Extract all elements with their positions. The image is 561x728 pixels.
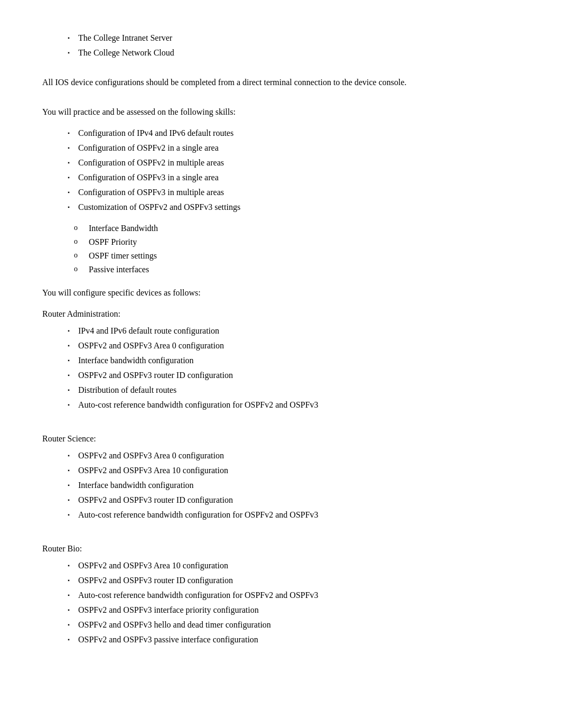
admin-item-4: OSPFv2 and OSPFv3 router ID configuratio… (78, 369, 233, 382)
list-item: ▪ Configuration of OSPFv2 in a single ar… (63, 142, 518, 154)
list-item: ▪ OSPFv2 and OSPFv3 hello and dead timer… (63, 619, 518, 631)
sub-skill-4: Passive interfaces (89, 263, 149, 276)
sub-bullet-icon: o (74, 250, 85, 261)
bio-item-5: OSPFv2 and OSPFv3 hello and dead timer c… (78, 619, 271, 631)
bullet-icon: ▪ (63, 606, 74, 614)
sub-skill-3: OSPF timer settings (89, 250, 157, 262)
list-item: ▪ Interface bandwidth configuration (63, 354, 518, 367)
sub-skill-2: OSPF Priority (89, 236, 137, 248)
bullet-icon: ▪ (63, 371, 74, 379)
skill-1: Configuration of IPv4 and IPv6 default r… (78, 127, 233, 140)
sub-bullet-icon: o (74, 236, 85, 247)
paragraph-3: You will configure specific devices as f… (42, 287, 518, 299)
bio-item-6: OSPFv2 and OSPFv3 passive interface conf… (78, 633, 258, 646)
router-science-heading: Router Science: (42, 432, 518, 445)
bullet-icon: ▪ (63, 34, 74, 42)
skill-3: Configuration of OSPFv2 in multiple area… (78, 156, 224, 169)
bullet-icon: ▪ (63, 144, 74, 152)
list-item: ▪ Configuration of OSPFv3 in a single ar… (63, 171, 518, 184)
intro-item-1: The College Intranet Server (78, 32, 172, 44)
bio-item-1: OSPFv2 and OSPFv3 Area 10 configuration (78, 559, 228, 572)
bullet-icon: ▪ (63, 129, 74, 137)
router-admin-list: ▪ IPv4 and IPv6 default route configurat… (63, 325, 518, 411)
bullet-icon: ▪ (63, 511, 74, 519)
list-item: ▪ OSPFv2 and OSPFv3 router ID configurat… (63, 574, 518, 587)
skill-4: Configuration of OSPFv3 in a single area (78, 171, 219, 184)
router-admin-heading: Router Administration: (42, 308, 518, 320)
list-item: o OSPF timer settings (74, 250, 518, 262)
bullet-icon: ▪ (63, 342, 74, 349)
bullet-icon: ▪ (63, 188, 74, 196)
list-item: ▪ Configuration of IPv4 and IPv6 default… (63, 127, 518, 140)
bullet-icon: ▪ (63, 591, 74, 599)
science-item-4: OSPFv2 and OSPFv3 router ID configuratio… (78, 494, 233, 506)
router-bio-heading: Router Bio: (42, 542, 518, 555)
bullet-icon: ▪ (63, 49, 74, 57)
list-item: o Interface Bandwidth (74, 222, 518, 235)
bullet-icon: ▪ (63, 466, 74, 474)
list-item: ▪ The College Network Cloud (63, 47, 518, 59)
list-item: ▪ IPv4 and IPv6 default route configurat… (63, 325, 518, 337)
bio-item-2: OSPFv2 and OSPFv3 router ID configuratio… (78, 574, 233, 587)
router-bio-list: ▪ OSPFv2 and OSPFv3 Area 10 configuratio… (63, 559, 518, 646)
science-item-3: Interface bandwidth configuration (78, 479, 194, 492)
list-item: ▪ Configuration of OSPFv3 in multiple ar… (63, 186, 518, 199)
bullet-icon: ▪ (63, 356, 74, 364)
bullet-icon: ▪ (63, 386, 74, 394)
sub-skill-1: Interface Bandwidth (89, 222, 158, 235)
router-science-list: ▪ OSPFv2 and OSPFv3 Area 0 configuration… (63, 449, 518, 521)
list-item: ▪ Configuration of OSPFv2 in multiple ar… (63, 156, 518, 169)
admin-item-5: Distribution of default routes (78, 384, 176, 397)
intro-list: ▪ The College Intranet Server ▪ The Coll… (63, 32, 518, 59)
sub-bullet-icon: o (74, 263, 85, 274)
list-item: ▪ OSPFv2 and OSPFv3 Area 10 configuratio… (63, 464, 518, 477)
list-item: ▪ OSPFv2 and OSPFv3 router ID configurat… (63, 494, 518, 506)
admin-item-6: Auto-cost reference bandwidth configurat… (78, 399, 319, 411)
list-item: ▪ Interface bandwidth configuration (63, 479, 518, 492)
list-item: o OSPF Priority (74, 236, 518, 248)
skill-6: Customization of OSPFv2 and OSPFv3 setti… (78, 201, 240, 214)
bullet-icon: ▪ (63, 401, 74, 409)
bullet-icon: ▪ (63, 621, 74, 629)
bio-item-3: Auto-cost reference bandwidth configurat… (78, 589, 319, 602)
list-item: ▪ Auto-cost reference bandwidth configur… (63, 509, 518, 521)
list-item: ▪ The College Intranet Server (63, 32, 518, 44)
science-item-5: Auto-cost reference bandwidth configurat… (78, 509, 319, 521)
science-item-1: OSPFv2 and OSPFv3 Area 0 configuration (78, 449, 224, 462)
bullet-icon: ▪ (63, 159, 74, 167)
list-item: ▪ OSPFv2 and OSPFv3 router ID configurat… (63, 369, 518, 382)
skill-5: Configuration of OSPFv3 in multiple area… (78, 186, 224, 199)
list-item: ▪ OSPFv2 and OSPFv3 interface priority c… (63, 604, 518, 616)
list-item: ▪ OSPFv2 and OSPFv3 Area 0 configuration (63, 449, 518, 462)
paragraph-1: All IOS device configurations should be … (42, 76, 518, 89)
list-item: o Passive interfaces (74, 263, 518, 276)
bio-item-4: OSPFv2 and OSPFv3 interface priority con… (78, 604, 259, 616)
science-item-2: OSPFv2 and OSPFv3 Area 10 configuration (78, 464, 228, 477)
content-wrapper: ▪ The College Intranet Server ▪ The Coll… (42, 32, 518, 646)
list-item: ▪ Distribution of default routes (63, 384, 518, 397)
skills-sub-list: o Interface Bandwidth o OSPF Priority o … (74, 222, 518, 276)
bullet-icon: ▪ (63, 173, 74, 181)
list-item: ▪ OSPFv2 and OSPFv3 Area 10 configuratio… (63, 559, 518, 572)
skills-list: ▪ Configuration of IPv4 and IPv6 default… (63, 127, 518, 214)
admin-item-1: IPv4 and IPv6 default route configuratio… (78, 325, 219, 337)
skill-2: Configuration of OSPFv2 in a single area (78, 142, 219, 154)
bullet-icon: ▪ (63, 496, 74, 504)
admin-item-3: Interface bandwidth configuration (78, 354, 194, 367)
bullet-icon: ▪ (63, 561, 74, 569)
bullet-icon: ▪ (63, 635, 74, 643)
bullet-icon: ▪ (63, 451, 74, 459)
bullet-icon: ▪ (63, 481, 74, 489)
paragraph-2: You will practice and be assessed on the… (42, 106, 518, 118)
list-item: ▪ OSPFv2 and OSPFv3 Area 0 configuration (63, 339, 518, 352)
sub-bullet-icon: o (74, 222, 85, 233)
bullet-icon: ▪ (63, 327, 74, 335)
intro-item-2: The College Network Cloud (78, 47, 174, 59)
list-item: ▪ Auto-cost reference bandwidth configur… (63, 399, 518, 411)
bullet-icon: ▪ (63, 576, 74, 584)
list-item: ▪ Auto-cost reference bandwidth configur… (63, 589, 518, 602)
list-item: ▪ Customization of OSPFv2 and OSPFv3 set… (63, 201, 518, 214)
list-item: ▪ OSPFv2 and OSPFv3 passive interface co… (63, 633, 518, 646)
bullet-icon: ▪ (63, 203, 74, 211)
admin-item-2: OSPFv2 and OSPFv3 Area 0 configuration (78, 339, 224, 352)
